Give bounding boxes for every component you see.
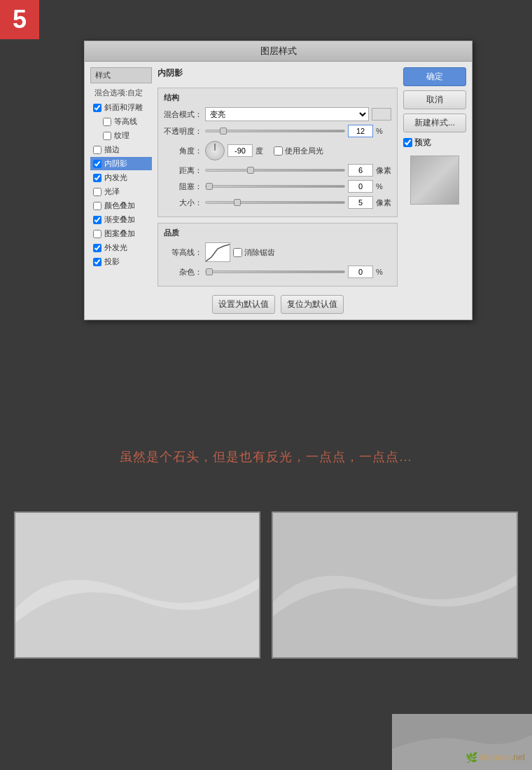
choke-input[interactable] bbox=[348, 180, 373, 193]
quality-title: 品质 bbox=[164, 228, 391, 238]
step-badge: 5 bbox=[0, 0, 39, 39]
contour-row-label: 等高线： bbox=[164, 247, 202, 258]
drop-shadow-checkbox[interactable] bbox=[93, 258, 102, 266]
sidebar-item-color-overlay[interactable]: 颜色叠加 bbox=[90, 199, 152, 212]
color-overlay-checkbox[interactable] bbox=[93, 202, 102, 210]
noise-input[interactable] bbox=[348, 266, 373, 278]
distance-unit: 像素 bbox=[376, 165, 391, 176]
choke-label: 阻塞： bbox=[164, 181, 202, 192]
preview-box bbox=[410, 156, 459, 205]
watermark-leaf-icon: 🌿 bbox=[465, 752, 477, 763]
noise-slider[interactable] bbox=[205, 270, 345, 273]
sidebar-item-pattern-overlay[interactable]: 图案叠加 bbox=[90, 227, 152, 240]
opacity-label: 不透明度： bbox=[164, 126, 202, 137]
global-light-checkbox[interactable] bbox=[274, 146, 283, 156]
size-input[interactable] bbox=[348, 196, 373, 209]
opacity-slider[interactable] bbox=[205, 130, 345, 132]
contour-checkbox[interactable] bbox=[103, 118, 111, 126]
gradient-overlay-checkbox[interactable] bbox=[93, 216, 102, 224]
main-content: 内阴影 结构 混合模式： 变亮 不透明度： bbox=[158, 67, 398, 314]
choke-row: 阻塞： % bbox=[164, 180, 391, 193]
blend-mode-label: 混合模式： bbox=[164, 109, 202, 120]
distance-input[interactable] bbox=[348, 164, 373, 177]
global-light-text: 使用全局光 bbox=[285, 146, 323, 156]
angle-row: 角度： 度 使用全局光 bbox=[164, 141, 391, 160]
size-slider[interactable] bbox=[205, 201, 345, 204]
distance-row: 距离： 像素 bbox=[164, 164, 391, 177]
angle-dial[interactable] bbox=[205, 141, 225, 160]
confirm-button[interactable]: 确定 bbox=[403, 67, 466, 86]
choke-slider[interactable] bbox=[205, 185, 345, 188]
size-unit: 像素 bbox=[376, 198, 391, 208]
angle-label: 角度： bbox=[164, 146, 202, 156]
sidebar-item-inner-glow[interactable]: 内发光 bbox=[90, 171, 152, 184]
color-overlay-label: 颜色叠加 bbox=[104, 200, 135, 211]
opacity-unit: % bbox=[376, 127, 391, 135]
cancel-button[interactable]: 取消 bbox=[403, 90, 466, 109]
stroke-checkbox[interactable] bbox=[93, 146, 102, 154]
preview-label: 预览 bbox=[414, 137, 431, 149]
caption: 虽然是个石头，但是也有反光，一点点，一点点... bbox=[0, 448, 532, 465]
contour-thumbnail[interactable] bbox=[205, 242, 230, 262]
sidebar-item-satin[interactable]: 光泽 bbox=[90, 185, 152, 198]
reset-default-button[interactable]: 复位为默认值 bbox=[281, 295, 344, 314]
sidebar-item-outer-glow[interactable]: 外发光 bbox=[90, 241, 152, 254]
sidebar-item-contour[interactable]: 等高线 bbox=[90, 115, 152, 128]
texture-checkbox[interactable] bbox=[103, 132, 111, 140]
inner-shadow-checkbox[interactable] bbox=[93, 160, 102, 168]
structure-title: 结构 bbox=[164, 92, 391, 103]
dialog-body: 样式 混合选项:自定 斜面和浮雕 等高线 纹理 描边 内阴影 bbox=[85, 62, 472, 319]
sidebar-item-texture[interactable]: 纹理 bbox=[90, 129, 152, 142]
set-default-button[interactable]: 设置为默认值 bbox=[212, 295, 275, 314]
bevel-checkbox[interactable] bbox=[93, 104, 102, 112]
blend-mode-select[interactable]: 变亮 bbox=[205, 107, 369, 121]
dialog-titlebar: 图层样式 bbox=[85, 41, 472, 62]
noise-label: 杂色： bbox=[164, 267, 202, 277]
global-light-label[interactable]: 使用全局光 bbox=[274, 146, 323, 156]
sidebar-item-drop-shadow[interactable]: 投影 bbox=[90, 255, 152, 268]
layer-style-dialog: 图层样式 样式 混合选项:自定 斜面和浮雕 等高线 纹理 描边 bbox=[84, 41, 472, 320]
angle-input[interactable] bbox=[227, 144, 253, 157]
sidebar-item-stroke[interactable]: 描边 bbox=[90, 143, 152, 156]
inner-glow-label: 内发光 bbox=[104, 172, 127, 183]
angle-unit: 度 bbox=[255, 146, 271, 156]
step-number: 5 bbox=[13, 5, 27, 34]
stroke-label: 描边 bbox=[104, 144, 120, 155]
satin-checkbox[interactable] bbox=[93, 188, 102, 196]
contour-row: 等高线： 消除锯齿 bbox=[164, 242, 391, 262]
pattern-overlay-checkbox[interactable] bbox=[93, 230, 102, 238]
noise-row: 杂色： % bbox=[164, 266, 391, 278]
inner-shadow-label: 内阴影 bbox=[104, 158, 127, 169]
structure-group: 结构 混合模式： 变亮 不透明度： % bbox=[158, 88, 398, 217]
color-swatch[interactable] bbox=[372, 108, 391, 121]
blend-mode-row: 混合模式： 变亮 bbox=[164, 107, 391, 121]
right-panel: 确定 取消 新建样式... 预览 bbox=[403, 67, 466, 314]
sidebar-blend-label[interactable]: 混合选项:自定 bbox=[90, 86, 152, 99]
anti-alias-label[interactable]: 消除锯齿 bbox=[233, 247, 275, 258]
sidebar-item-bevel[interactable]: 斜面和浮雕 bbox=[90, 101, 152, 114]
choke-unit: % bbox=[376, 182, 391, 191]
satin-label: 光泽 bbox=[104, 186, 120, 197]
watermark-text: shancun.net bbox=[479, 752, 525, 762]
opacity-row: 不透明度： % bbox=[164, 125, 391, 137]
opacity-input[interactable] bbox=[348, 125, 373, 137]
sidebar: 样式 混合选项:自定 斜面和浮雕 等高线 纹理 描边 内阴影 bbox=[90, 67, 152, 314]
contour-label: 等高线 bbox=[114, 116, 137, 127]
new-style-button[interactable]: 新建样式... bbox=[403, 114, 466, 132]
images-row bbox=[0, 511, 532, 659]
watermark: 🌿 shancun.net bbox=[465, 752, 525, 763]
dialog-title: 图层样式 bbox=[260, 46, 297, 56]
outer-glow-label: 外发光 bbox=[104, 242, 127, 253]
distance-slider[interactable] bbox=[205, 169, 345, 172]
preview-checkbox[interactable] bbox=[403, 138, 412, 147]
sidebar-item-gradient-overlay[interactable]: 渐变叠加 bbox=[90, 213, 152, 226]
pattern-overlay-label: 图案叠加 bbox=[104, 228, 135, 239]
anti-alias-checkbox[interactable] bbox=[233, 248, 242, 257]
bevel-label: 斜面和浮雕 bbox=[104, 102, 143, 113]
drop-shadow-label: 投影 bbox=[104, 256, 120, 267]
sidebar-item-inner-shadow[interactable]: 内阴影 bbox=[90, 157, 152, 170]
inner-glow-checkbox[interactable] bbox=[93, 174, 102, 182]
quality-group: 品质 等高线： 消除锯齿 杂色： bbox=[158, 223, 398, 287]
outer-glow-checkbox[interactable] bbox=[93, 244, 102, 252]
preview-row: 预览 bbox=[403, 137, 466, 149]
